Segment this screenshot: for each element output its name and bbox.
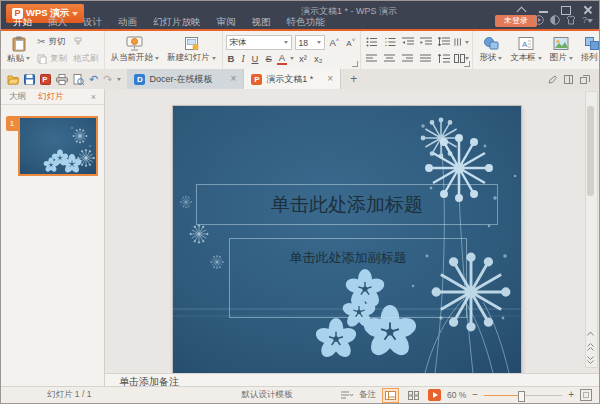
design-template-button[interactable]: 默认设计模板 (241, 389, 292, 401)
pen-tool-icon[interactable] (548, 75, 557, 84)
notes-toggle-icon[interactable] (341, 391, 353, 400)
minimize-icon[interactable] (537, 4, 550, 15)
fit-window-icon[interactable] (580, 389, 592, 401)
notes-toggle-label[interactable]: 备注 (359, 389, 376, 401)
bullet-list-button[interactable] (364, 35, 379, 49)
new-tab-button[interactable]: + (341, 69, 366, 89)
slide-thumbnail[interactable] (18, 116, 98, 176)
save-icon[interactable] (24, 74, 35, 85)
normal-view-button[interactable] (382, 388, 399, 403)
svg-text:P: P (42, 75, 47, 84)
switch-tab-icon[interactable] (580, 75, 590, 84)
doc-tab-docer[interactable]: D Docer-在线模板 × (127, 69, 244, 89)
print-preview-icon[interactable] (73, 74, 84, 85)
font-dialog-launcher[interactable] (352, 61, 358, 67)
export-pdf-icon[interactable]: P (40, 74, 51, 85)
increase-font-button[interactable]: A˄ (328, 37, 342, 48)
underline-button[interactable]: U (250, 53, 261, 64)
play-from-current-button[interactable]: 从当前开始 (108, 36, 163, 64)
outline-tab[interactable]: 大纲 (9, 91, 26, 103)
new-slide-button[interactable]: 新建幻灯片 (164, 36, 219, 64)
increase-indent-button[interactable] (418, 35, 433, 49)
cut-button[interactable]: ✂ 剪切 (35, 34, 69, 49)
text-box-label: 文本框 (510, 52, 536, 64)
doc-tab-current[interactable]: P 演示文稿1 * × (244, 69, 341, 89)
current-tab-label: 演示文稿1 * (266, 73, 313, 86)
tab-design[interactable]: 设计 (75, 15, 110, 29)
align-left-button[interactable] (364, 51, 379, 65)
collapse-ribbon-icon[interactable] (515, 4, 528, 15)
play-demo-icon[interactable] (534, 15, 544, 25)
copy-button[interactable]: 复制 (35, 51, 69, 66)
help-icon[interactable]: ? (582, 15, 593, 25)
login-button[interactable]: 未登录 (495, 15, 537, 27)
tab-view[interactable]: 视图 (244, 15, 279, 29)
font-color-dropdown[interactable] (290, 57, 294, 60)
arrange-button[interactable]: 排列 (578, 36, 599, 64)
paragraph-dialog-launcher[interactable] (464, 61, 470, 67)
maximize-icon[interactable] (559, 4, 572, 15)
zoom-slider-handle[interactable] (518, 391, 525, 402)
numbered-list-button[interactable] (382, 35, 397, 49)
vertical-scrollbar[interactable] (585, 91, 598, 368)
subscript-button[interactable]: x₂ (312, 53, 324, 64)
theme-icon[interactable] (550, 15, 560, 25)
font-name-value: 宋体 (230, 37, 247, 49)
title-placeholder[interactable]: 单击此处添加标题 (196, 184, 498, 225)
italic-button[interactable]: I (239, 54, 246, 64)
ribbon: 粘贴 ✂ 剪切 复制 格式刷 从 (1, 31, 599, 70)
superscript-button[interactable]: x² (297, 53, 309, 64)
slide-canvas[interactable]: 单击此处添加标题 单击此处添加副标题 (173, 106, 521, 373)
tab-special-features[interactable]: 特色功能 (279, 15, 333, 29)
strikethrough-button[interactable]: S (263, 53, 273, 64)
decrease-font-button[interactable]: A˅ (344, 37, 357, 48)
arrange-icon (584, 36, 599, 51)
align-right-button[interactable] (400, 51, 415, 65)
picture-button[interactable]: 图片 (547, 36, 576, 64)
close-docer-tab-icon[interactable]: × (230, 74, 236, 84)
font-name-select[interactable]: 宋体 (226, 35, 292, 50)
zoom-out-button[interactable]: − (472, 390, 478, 400)
qat-dropdown-icon[interactable] (117, 78, 121, 81)
text-box-button[interactable]: A 文本框 (507, 36, 545, 64)
format-painter-label: 格式刷 (73, 53, 99, 65)
paragraph-spacing-button[interactable] (436, 35, 451, 49)
close-current-tab-icon[interactable]: × (327, 74, 333, 84)
subtitle-placeholder-text: 单击此处添加副标题 (290, 249, 407, 267)
open-file-icon[interactable] (7, 74, 19, 85)
tab-home[interactable]: 开始 (5, 15, 40, 29)
tab-review[interactable]: 审阅 (209, 15, 244, 29)
subtitle-placeholder[interactable]: 单击此处添加副标题 (229, 238, 467, 318)
font-size-select[interactable]: 18 (295, 35, 325, 50)
font-color-button[interactable]: A (277, 52, 287, 65)
scroll-up-icon[interactable] (586, 327, 595, 339)
shapes-button[interactable]: 形状 (476, 36, 505, 64)
undo-icon[interactable]: ↶ (89, 74, 98, 85)
slides-tab[interactable]: 幻灯片 (38, 91, 64, 103)
zoom-in-button[interactable]: + (568, 390, 574, 400)
decrease-indent-button[interactable] (400, 35, 415, 49)
play-slideshow-button[interactable] (428, 389, 441, 401)
align-center-button[interactable] (382, 51, 397, 65)
slide-sorter-view-button[interactable] (405, 388, 422, 403)
print-icon[interactable] (56, 74, 68, 85)
redo-icon[interactable]: ↷ (103, 74, 112, 85)
close-icon[interactable] (581, 4, 594, 15)
tab-slideshow[interactable]: 幻灯片放映 (145, 15, 209, 29)
zoom-slider[interactable] (484, 390, 562, 401)
panel-tool-icon[interactable] (564, 75, 573, 84)
format-painter-button[interactable] (71, 34, 101, 49)
previous-slide-icon[interactable] (586, 341, 595, 353)
skin-icon[interactable] (566, 15, 576, 25)
tab-animation[interactable]: 动画 (110, 15, 145, 29)
text-direction-button[interactable] (454, 35, 469, 49)
next-slide-icon[interactable] (586, 354, 595, 366)
scrollbar-thumb[interactable] (587, 106, 594, 196)
line-spacing-button[interactable] (436, 51, 451, 65)
paste-button[interactable]: 粘贴 (4, 36, 33, 65)
tab-insert[interactable]: 插入 (40, 15, 75, 29)
slide-number-tag: 1 (6, 116, 18, 131)
bold-button[interactable]: B (226, 53, 237, 64)
close-panel-icon[interactable]: × (91, 92, 96, 102)
justify-button[interactable] (418, 51, 433, 65)
